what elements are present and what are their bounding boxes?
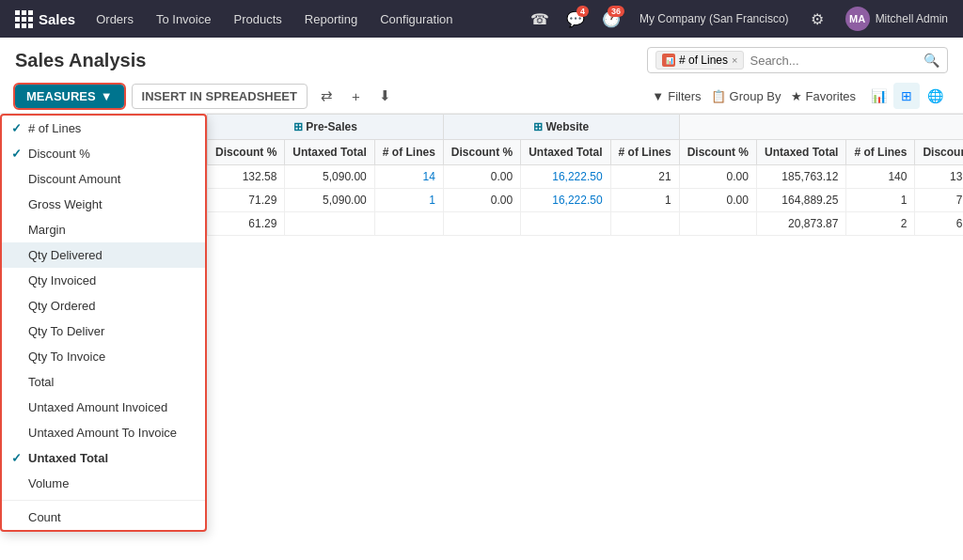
col-website-discount: Discount % [443, 140, 520, 165]
measure-untaxed-invoiced[interactable]: Untaxed Amount Invoiced [2, 395, 205, 420]
presales-expand-icon[interactable]: ⊞ [293, 120, 303, 133]
measures-arrow: ▼ [101, 89, 113, 103]
measure-qty-to-deliver[interactable]: Qty To Deliver [2, 319, 205, 344]
search-tag[interactable]: 📊 # of Lines × [655, 51, 744, 70]
cell [443, 212, 520, 236]
tag-close[interactable]: × [732, 54, 737, 66]
cell-highlighted: 1 [374, 189, 443, 212]
cell: 1 [846, 189, 915, 212]
cell [521, 212, 610, 236]
activity-badge: 36 [608, 6, 624, 17]
search-input[interactable] [750, 54, 918, 68]
cell: 1 [610, 189, 679, 212]
presales-header: ⊞ Pre-Sales [208, 115, 444, 140]
measure-qty-invoiced[interactable]: Qty Invoiced [2, 268, 205, 293]
measure-gross-weight[interactable]: Gross Weight [2, 192, 205, 217]
toolbar-right: ▼ Filters 📋 Group By ★ Favorites 📊 ⊞ 🌐 [652, 83, 948, 109]
col-presales-lines: # of Lines [374, 140, 443, 165]
col-presales-untaxed: Untaxed Total [285, 140, 374, 165]
cell: 0.00 [679, 189, 756, 212]
chart-view-button[interactable]: 📊 [865, 83, 892, 109]
col-total-untaxed: Untaxed Total [756, 140, 845, 165]
measure-discount-amount[interactable]: Discount Amount [2, 166, 205, 192]
measures-label: MEASURES [26, 89, 96, 103]
measure-untaxed-to-invoice[interactable]: Untaxed Amount To Invoice [2, 420, 205, 445]
groupby-button[interactable]: 📋 Group By [711, 89, 781, 103]
cell [610, 212, 679, 236]
cell: 132.58 [208, 165, 285, 189]
col-total-lines: # of Lines [846, 140, 915, 165]
search-icon[interactable]: 🔍 [924, 53, 939, 68]
cell: 5,090.00 [285, 165, 374, 189]
settings-icon[interactable]: ⚙ [802, 4, 832, 34]
measures-dropdown: # of Lines Discount % Discount Amount Gr… [0, 114, 207, 532]
cell: 61.29 [208, 212, 285, 236]
cell: 2 [846, 212, 915, 236]
table-view-button[interactable]: ⊞ [893, 83, 920, 109]
cell: 164,889.25 [756, 189, 845, 212]
groupby-label: Group By [730, 89, 781, 103]
nav-reporting[interactable]: Reporting [295, 0, 367, 38]
pivot-table: ⊞ Pre-Sales ⊞ Website Discount % Untaxed… [207, 114, 963, 236]
table-row: 132.58 5,090.00 14 0.00 16,222.50 21 0.0… [208, 165, 964, 189]
measures-button[interactable]: MEASURES ▼ [15, 85, 124, 108]
col-total-discount2: Discount % [915, 140, 963, 165]
cell: 0.00 [443, 165, 520, 189]
cell: 0.00 [443, 189, 520, 212]
measure-discount-pct[interactable]: Discount % [2, 141, 205, 166]
add-icon[interactable]: + [346, 84, 366, 109]
nav-orders[interactable]: Orders [87, 0, 143, 38]
insert-spreadsheet-button[interactable]: INSERT IN SPREADSHEET [132, 84, 308, 109]
nav-to-invoice[interactable]: To Invoice [147, 0, 221, 38]
download-icon[interactable]: ⬇ [373, 83, 397, 109]
measure-volume[interactable]: Volume [2, 471, 205, 496]
main-area: Sales Analysis 📊 # of Lines × 🔍 MEASURES… [0, 38, 963, 560]
nav-icons: ☎ 💬 4 🕐 36 My Company (San Francisco) ⚙ … [525, 4, 955, 34]
filters-button[interactable]: ▼ Filters [652, 89, 701, 103]
favorites-label: Favorites [806, 89, 856, 103]
phone-icon[interactable]: ☎ [525, 4, 555, 34]
chat-icon[interactable]: 💬 4 [560, 4, 591, 34]
measure-lines[interactable]: # of Lines [2, 116, 205, 141]
table-row: 71.29 5,090.00 1 0.00 16,222.50 1 0.00 1… [208, 189, 964, 212]
activity-icon[interactable]: 🕐 36 [596, 4, 626, 34]
data-table-area: ⊞ Pre-Sales ⊞ Website Discount % Untaxed… [207, 114, 963, 560]
user-avatar: MA [845, 7, 870, 31]
brand-label: Sales [39, 11, 75, 27]
navbar: Sales Orders To Invoice Products Reporti… [0, 0, 963, 38]
col-website-untaxed: Untaxed Total [521, 140, 610, 165]
cell: 71.29 [915, 189, 963, 212]
star-icon: ★ [791, 89, 802, 103]
cell-highlighted: 14 [374, 165, 443, 189]
cell: 185,763.12 [756, 165, 845, 189]
company-label[interactable]: My Company (San Francisco) [632, 12, 797, 25]
measure-total[interactable]: Total [2, 369, 205, 395]
measure-untaxed-total[interactable]: Untaxed Total [2, 445, 205, 471]
measure-qty-ordered[interactable]: Qty Ordered [2, 293, 205, 319]
grid-icon [15, 10, 33, 28]
brand[interactable]: Sales [8, 10, 83, 28]
tag-label: # of Lines [679, 54, 728, 67]
svg-text:📊: 📊 [666, 56, 673, 65]
measure-qty-to-invoice[interactable]: Qty To Invoice [2, 344, 205, 369]
user-name: Mitchell Admin [876, 12, 948, 25]
tag-icon: 📊 [662, 54, 675, 67]
adjust-icon[interactable]: ⇄ [315, 83, 339, 109]
nav-products[interactable]: Products [224, 0, 291, 38]
filter-icon: ▼ [652, 89, 664, 103]
measure-margin[interactable]: Margin [2, 217, 205, 242]
cell-highlighted: 16,222.50 [521, 189, 610, 212]
view-icons: 📊 ⊞ 🌐 [865, 83, 948, 109]
website-expand-icon[interactable]: ⊞ [533, 120, 543, 133]
col-website-lines: # of Lines [610, 140, 679, 165]
measure-count[interactable]: Count [2, 505, 205, 530]
favorites-button[interactable]: ★ Favorites [791, 89, 856, 103]
user-menu[interactable]: MA Mitchell Admin [838, 7, 955, 31]
cell: 140 [846, 165, 915, 189]
content-area: # of Lines Discount % Discount Amount Gr… [0, 114, 963, 560]
pivot-view-button[interactable]: 🌐 [922, 83, 948, 109]
measure-qty-delivered[interactable]: Qty Delivered [2, 242, 205, 268]
page-header: Sales Analysis 📊 # of Lines × 🔍 [0, 38, 963, 79]
nav-configuration[interactable]: Configuration [371, 0, 462, 38]
toolbar: MEASURES ▼ INSERT IN SPREADSHEET ⇄ + ⬇ ▼… [0, 79, 963, 114]
